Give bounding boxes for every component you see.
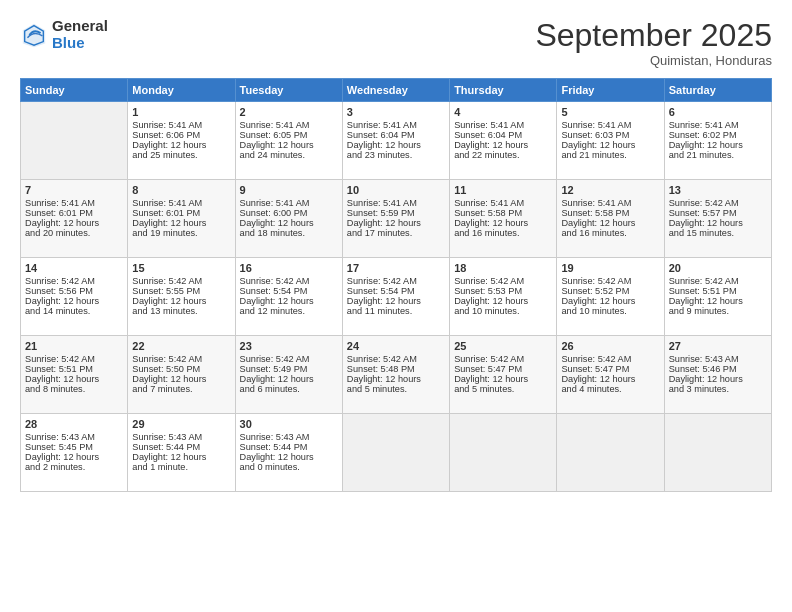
day-number: 13: [669, 184, 767, 196]
cell-5-3: 30Sunrise: 5:43 AMSunset: 5:44 PMDayligh…: [235, 414, 342, 492]
cell-4-7: 27Sunrise: 5:43 AMSunset: 5:46 PMDayligh…: [664, 336, 771, 414]
cell-line: and 9 minutes.: [669, 306, 767, 316]
cell-line: Sunset: 5:44 PM: [240, 442, 338, 452]
cell-line: Sunset: 6:05 PM: [240, 130, 338, 140]
cell-5-6: [557, 414, 664, 492]
cell-line: and 13 minutes.: [132, 306, 230, 316]
cell-line: Sunset: 5:55 PM: [132, 286, 230, 296]
day-number: 22: [132, 340, 230, 352]
cell-2-3: 9Sunrise: 5:41 AMSunset: 6:00 PMDaylight…: [235, 180, 342, 258]
cell-line: Sunrise: 5:41 AM: [454, 198, 552, 208]
cell-4-3: 23Sunrise: 5:42 AMSunset: 5:49 PMDayligh…: [235, 336, 342, 414]
cell-line: Sunrise: 5:42 AM: [561, 354, 659, 364]
day-number: 27: [669, 340, 767, 352]
cell-line: and 4 minutes.: [561, 384, 659, 394]
week-row-1: 1Sunrise: 5:41 AMSunset: 6:06 PMDaylight…: [21, 102, 772, 180]
cell-5-7: [664, 414, 771, 492]
cell-line: and 14 minutes.: [25, 306, 123, 316]
cell-line: Sunrise: 5:41 AM: [132, 120, 230, 130]
cell-line: and 16 minutes.: [561, 228, 659, 238]
cell-line: Sunrise: 5:42 AM: [454, 354, 552, 364]
cell-line: Sunrise: 5:42 AM: [561, 276, 659, 286]
cell-4-4: 24Sunrise: 5:42 AMSunset: 5:48 PMDayligh…: [342, 336, 449, 414]
cell-line: Sunrise: 5:42 AM: [454, 276, 552, 286]
cell-line: Sunrise: 5:41 AM: [132, 198, 230, 208]
cell-line: Daylight: 12 hours: [347, 218, 445, 228]
cell-line: and 18 minutes.: [240, 228, 338, 238]
cell-1-1: [21, 102, 128, 180]
cell-line: Sunset: 5:51 PM: [25, 364, 123, 374]
day-number: 30: [240, 418, 338, 430]
cell-line: Sunrise: 5:41 AM: [347, 120, 445, 130]
cell-line: and 6 minutes.: [240, 384, 338, 394]
cell-line: and 8 minutes.: [25, 384, 123, 394]
cell-line: Daylight: 12 hours: [454, 374, 552, 384]
cell-line: Sunrise: 5:41 AM: [454, 120, 552, 130]
cell-line: Daylight: 12 hours: [669, 140, 767, 150]
logo-text: General Blue: [52, 18, 108, 51]
cell-5-5: [450, 414, 557, 492]
cell-line: and 11 minutes.: [347, 306, 445, 316]
col-wednesday: Wednesday: [342, 79, 449, 102]
cell-1-5: 4Sunrise: 5:41 AMSunset: 6:04 PMDaylight…: [450, 102, 557, 180]
cell-line: Sunset: 5:53 PM: [454, 286, 552, 296]
cell-line: Sunrise: 5:41 AM: [25, 198, 123, 208]
cell-line: Sunrise: 5:42 AM: [132, 276, 230, 286]
cell-line: Daylight: 12 hours: [454, 296, 552, 306]
cell-2-6: 12Sunrise: 5:41 AMSunset: 5:58 PMDayligh…: [557, 180, 664, 258]
cell-line: Sunrise: 5:41 AM: [561, 120, 659, 130]
cell-line: Daylight: 12 hours: [347, 374, 445, 384]
cell-line: and 2 minutes.: [25, 462, 123, 472]
cell-line: Sunset: 6:00 PM: [240, 208, 338, 218]
cell-line: Daylight: 12 hours: [561, 374, 659, 384]
col-tuesday: Tuesday: [235, 79, 342, 102]
day-number: 12: [561, 184, 659, 196]
week-row-5: 28Sunrise: 5:43 AMSunset: 5:45 PMDayligh…: [21, 414, 772, 492]
cell-line: and 15 minutes.: [669, 228, 767, 238]
location-subtitle: Quimistan, Honduras: [535, 53, 772, 68]
day-number: 14: [25, 262, 123, 274]
cell-line: Sunrise: 5:41 AM: [240, 120, 338, 130]
col-sunday: Sunday: [21, 79, 128, 102]
cell-line: Sunrise: 5:41 AM: [240, 198, 338, 208]
cell-line: Sunrise: 5:43 AM: [132, 432, 230, 442]
cell-line: and 22 minutes.: [454, 150, 552, 160]
cell-line: Sunrise: 5:42 AM: [240, 276, 338, 286]
day-number: 28: [25, 418, 123, 430]
cell-3-7: 20Sunrise: 5:42 AMSunset: 5:51 PMDayligh…: [664, 258, 771, 336]
cell-line: Daylight: 12 hours: [454, 140, 552, 150]
cell-line: and 16 minutes.: [454, 228, 552, 238]
cell-line: Daylight: 12 hours: [240, 374, 338, 384]
cell-line: Sunset: 5:54 PM: [240, 286, 338, 296]
cell-line: Daylight: 12 hours: [132, 296, 230, 306]
cell-line: Sunset: 5:48 PM: [347, 364, 445, 374]
cell-line: and 12 minutes.: [240, 306, 338, 316]
week-row-4: 21Sunrise: 5:42 AMSunset: 5:51 PMDayligh…: [21, 336, 772, 414]
day-number: 1: [132, 106, 230, 118]
cell-line: and 20 minutes.: [25, 228, 123, 238]
cell-1-6: 5Sunrise: 5:41 AMSunset: 6:03 PMDaylight…: [557, 102, 664, 180]
day-number: 9: [240, 184, 338, 196]
cell-line: and 23 minutes.: [347, 150, 445, 160]
cell-line: and 21 minutes.: [669, 150, 767, 160]
cell-3-4: 17Sunrise: 5:42 AMSunset: 5:54 PMDayligh…: [342, 258, 449, 336]
cell-line: and 5 minutes.: [347, 384, 445, 394]
cell-line: Daylight: 12 hours: [240, 452, 338, 462]
week-row-3: 14Sunrise: 5:42 AMSunset: 5:56 PMDayligh…: [21, 258, 772, 336]
cell-5-2: 29Sunrise: 5:43 AMSunset: 5:44 PMDayligh…: [128, 414, 235, 492]
cell-line: Sunrise: 5:42 AM: [240, 354, 338, 364]
cell-3-2: 15Sunrise: 5:42 AMSunset: 5:55 PMDayligh…: [128, 258, 235, 336]
cell-line: Sunrise: 5:41 AM: [347, 198, 445, 208]
cell-line: and 1 minute.: [132, 462, 230, 472]
cell-line: Sunset: 5:52 PM: [561, 286, 659, 296]
cell-line: Sunset: 5:46 PM: [669, 364, 767, 374]
cell-line: Daylight: 12 hours: [669, 374, 767, 384]
day-number: 7: [25, 184, 123, 196]
cell-line: Daylight: 12 hours: [25, 452, 123, 462]
cell-line: and 7 minutes.: [132, 384, 230, 394]
day-number: 11: [454, 184, 552, 196]
cell-2-2: 8Sunrise: 5:41 AMSunset: 6:01 PMDaylight…: [128, 180, 235, 258]
cell-line: Daylight: 12 hours: [454, 218, 552, 228]
day-number: 16: [240, 262, 338, 274]
cell-2-7: 13Sunrise: 5:42 AMSunset: 5:57 PMDayligh…: [664, 180, 771, 258]
